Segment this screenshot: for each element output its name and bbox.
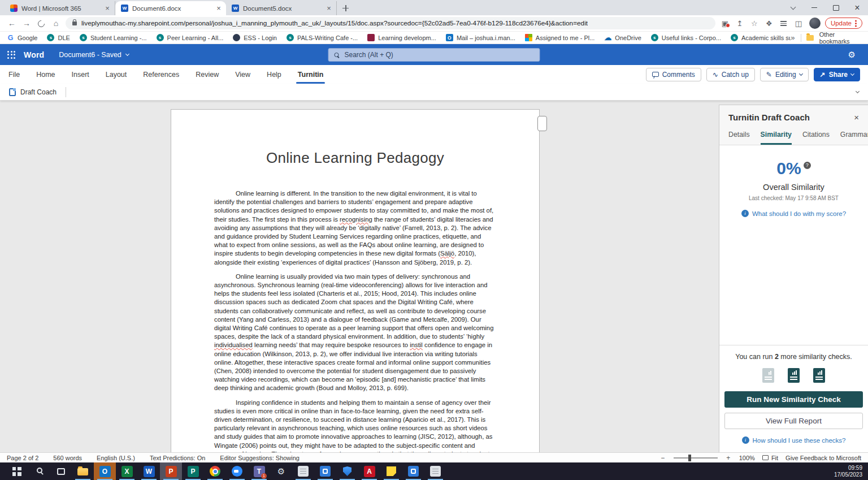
close-panel-icon[interactable]: ×: [854, 113, 859, 122]
tab-grammar[interactable]: Grammar: [840, 131, 868, 145]
document-body[interactable]: Online learning is different. In the tra…: [214, 189, 495, 452]
notes-app-icon[interactable]: [424, 462, 446, 480]
language-selector[interactable]: English (U.S.): [97, 455, 135, 461]
tab-close-icon[interactable]: ×: [215, 4, 223, 12]
browser-tab-2[interactable]: WDocument6.docx×: [115, 1, 226, 15]
share-button[interactable]: ↗ Share: [814, 68, 860, 81]
browser-tab-1[interactable]: Word | Microsoft 365×: [5, 1, 115, 15]
close-window-button[interactable]: [847, 0, 868, 15]
editor-suggestions-toggle[interactable]: Editor Suggestions: Showing: [220, 455, 300, 461]
browser-menu-icon[interactable]: [855, 23, 857, 24]
collapsed-comment-card[interactable]: [537, 116, 547, 131]
home-icon[interactable]: ⌂: [50, 19, 62, 28]
settings-gear-icon[interactable]: ⚙: [848, 50, 868, 60]
ribbon-tab-help[interactable]: Help: [266, 70, 282, 80]
bookmark-useful-links-corpo[interactable]: sUseful links - Corpo...: [651, 34, 721, 41]
minimize-button[interactable]: [804, 0, 825, 15]
ribbon-tab-review[interactable]: Review: [195, 70, 219, 80]
feedback-link[interactable]: Give Feedback to Microsoft: [785, 455, 861, 461]
extensions-icon[interactable]: ❖: [763, 19, 775, 28]
tab-close-icon[interactable]: ×: [103, 4, 111, 12]
tab-citations[interactable]: Citations: [802, 131, 830, 145]
ribbon-tab-home[interactable]: Home: [36, 70, 55, 80]
ribbon-tab-file[interactable]: File: [8, 70, 20, 80]
word-icon[interactable]: W: [138, 462, 160, 480]
reading-list-icon[interactable]: [778, 19, 790, 27]
acrobat-icon[interactable]: A: [358, 462, 380, 480]
bookmark-student-learning[interactable]: sStudent Learning -...: [80, 34, 147, 41]
tab-details[interactable]: Details: [728, 131, 750, 145]
bookmarks-overflow-icon[interactable]: »: [791, 33, 795, 42]
tab-similarity[interactable]: Similarity: [761, 131, 792, 145]
browser-tab-3[interactable]: WDocument5.docx×: [226, 1, 337, 15]
file-explorer-icon[interactable]: [72, 462, 94, 480]
document-name[interactable]: Document6 - Saved: [59, 51, 128, 59]
sticky-notes-icon[interactable]: [380, 462, 402, 480]
search-input[interactable]: [344, 50, 534, 59]
search-button[interactable]: [28, 462, 50, 480]
bookmark-academic-skills-sup[interactable]: sAcademic skills sup...: [731, 34, 791, 41]
new-tab-button[interactable]: [339, 1, 353, 15]
back-icon[interactable]: ←: [6, 19, 18, 28]
ribbon-tab-view[interactable]: View: [235, 70, 251, 80]
movies-app-icon[interactable]: [402, 462, 424, 480]
bookmark-pals-writing-cafe[interactable]: sPALS-Writing Cafe -...: [287, 34, 358, 41]
view-full-report-button[interactable]: View Full Report: [724, 413, 863, 429]
ribbon-tab-layout[interactable]: Layout: [105, 70, 128, 80]
bookmark-ess-login[interactable]: ESS - Login: [233, 34, 277, 41]
zoom-slider[interactable]: [674, 457, 718, 459]
zoom-level[interactable]: 100%: [739, 455, 755, 461]
app-name[interactable]: Word: [24, 50, 44, 59]
chrome-icon[interactable]: [204, 462, 226, 480]
publisher-icon[interactable]: P: [182, 462, 204, 480]
zoom-slider-handle[interactable]: [688, 455, 691, 461]
page-count[interactable]: Page 2 of 2: [7, 455, 38, 461]
comments-button[interactable]: Comments: [646, 68, 701, 81]
collapse-ribbon-icon[interactable]: [856, 91, 859, 93]
share-icon[interactable]: ↥: [734, 19, 746, 28]
photos-app-icon[interactable]: [314, 462, 336, 480]
fit-to-page-button[interactable]: Fit: [762, 455, 778, 461]
system-clock[interactable]: 09:59 17/05/2023: [834, 462, 868, 480]
address-bar[interactable]: liveplymouthac-my.sharepoint.com/persona…: [66, 17, 715, 29]
tab-close-icon[interactable]: ×: [325, 4, 333, 12]
maximize-button[interactable]: [825, 0, 847, 15]
window-chevron-icon[interactable]: [782, 0, 804, 15]
reload-icon[interactable]: [35, 19, 47, 28]
bookmark-onedrive[interactable]: ☁OneDrive: [604, 34, 641, 41]
checks-help-link[interactable]: i How should I use these checks?: [724, 436, 863, 444]
bookmark-learning-developm[interactable]: Learning developm...: [367, 34, 436, 41]
zoom-icon[interactable]: [226, 462, 248, 480]
zoom-out-button[interactable]: −: [659, 454, 666, 462]
bookmark-star-icon[interactable]: ☆: [748, 19, 761, 28]
ribbon-tab-turnitin[interactable]: Turnitin: [297, 70, 324, 80]
settings-icon[interactable]: ⚙: [270, 462, 292, 480]
document-page[interactable]: Online Learning Pedagogy Online learning…: [171, 109, 540, 452]
bookmark-mail-joshua-i-man[interactable]: OMail – joshua.i.man...: [446, 34, 515, 41]
bookmark-assigned-to-me-pl[interactable]: Assigned to me - Pl...: [525, 34, 595, 41]
teams-icon[interactable]: T1: [248, 462, 270, 480]
forward-icon[interactable]: →: [20, 19, 33, 28]
bookmark-peer-learning-all[interactable]: sPeer Learning - All...: [157, 34, 224, 41]
powerpoint-icon[interactable]: P: [160, 462, 182, 480]
help-question-icon[interactable]: ?: [804, 162, 811, 169]
catch-up-button[interactable]: ∿ Catch up: [706, 68, 755, 81]
app-launcher-icon[interactable]: [7, 51, 15, 59]
start-button[interactable]: [6, 462, 28, 480]
mail-app-icon[interactable]: [292, 462, 314, 480]
search-box[interactable]: [328, 48, 540, 62]
ribbon-tab-insert[interactable]: Insert: [71, 70, 90, 80]
editing-mode-button[interactable]: ✎ Editing: [760, 68, 809, 81]
extension-page-icon[interactable]: ▣: [719, 19, 731, 28]
other-bookmarks-label[interactable]: Other bookmarks: [819, 31, 861, 45]
task-view-button[interactable]: [50, 462, 72, 480]
word-count[interactable]: 560 words: [53, 455, 82, 461]
excel-icon[interactable]: X: [116, 462, 138, 480]
windows-security-icon[interactable]: [336, 462, 358, 480]
score-help-link[interactable]: i What should I do with my score?: [719, 210, 868, 217]
bookmark-google[interactable]: GGoogle: [7, 34, 37, 41]
outlook-icon[interactable]: O: [94, 462, 116, 480]
text-predictions-toggle[interactable]: Text Predictions: On: [150, 455, 205, 461]
draft-coach-button[interactable]: Draft Coach: [9, 88, 57, 96]
profile-avatar[interactable]: [809, 18, 821, 29]
